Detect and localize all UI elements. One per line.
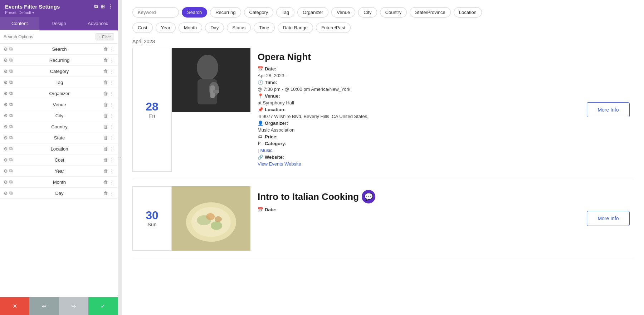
more-icon[interactable]: ⋮ xyxy=(108,4,113,10)
confirm-button[interactable]: ✓ xyxy=(88,297,118,315)
more-icon[interactable]: ⋮ xyxy=(109,168,114,174)
more-info-button-opera[interactable]: More Info xyxy=(587,102,630,117)
undo-button[interactable]: ↩ xyxy=(29,297,59,315)
layout-icon[interactable]: ⊞ xyxy=(101,4,105,10)
duplicate-icon[interactable]: ⧉ xyxy=(9,135,13,141)
delete-icon[interactable]: 🗑 xyxy=(103,124,108,129)
filter-category-button[interactable]: Category xyxy=(244,7,274,18)
delete-icon[interactable]: 🗑 xyxy=(103,157,108,163)
settings-icon[interactable]: ⚙ xyxy=(4,146,8,152)
filter-search-button[interactable]: Search xyxy=(182,7,207,18)
settings-icon[interactable]: ⚙ xyxy=(4,58,8,63)
settings-icon[interactable]: ⚙ xyxy=(4,91,8,96)
more-icon[interactable]: ⋮ xyxy=(109,146,114,152)
delete-icon[interactable]: 🗑 xyxy=(103,102,108,107)
calendar-icon-2: 📅 xyxy=(258,207,263,212)
sidebar-header: Events Filter Settings ⧉ ⊞ ⋮ Preset: Def… xyxy=(0,0,118,17)
tab-advanced[interactable]: Advanced xyxy=(78,17,118,30)
filter-button[interactable]: + Filter xyxy=(96,33,114,40)
duplicate-icon[interactable]: ⧉ xyxy=(9,124,13,129)
sidebar-search-row: + Filter xyxy=(0,30,118,44)
sidebar-preset[interactable]: Preset: Default ▾ xyxy=(5,10,113,15)
duplicate-icon[interactable]: ⧉ xyxy=(9,146,13,152)
resize-icon[interactable]: ⧉ xyxy=(94,4,98,10)
settings-icon[interactable]: ⚙ xyxy=(4,102,8,107)
duplicate-icon[interactable]: ⧉ xyxy=(9,68,13,74)
settings-icon[interactable]: ⚙ xyxy=(4,80,8,85)
delete-icon[interactable]: 🗑 xyxy=(103,191,108,196)
more-icon[interactable]: ⋮ xyxy=(109,69,114,74)
category-link[interactable]: Music xyxy=(260,148,272,153)
category-label: Category: xyxy=(265,141,287,146)
redo-button[interactable]: ↪ xyxy=(59,297,88,315)
filter-recurring-button[interactable]: Recurring xyxy=(210,7,241,18)
filter-day-button[interactable]: Day xyxy=(205,23,224,33)
filter-time-button[interactable]: Time xyxy=(254,23,274,33)
keyword-input[interactable] xyxy=(132,7,179,18)
delete-icon[interactable]: 🗑 xyxy=(103,179,108,185)
settings-icon[interactable]: ⚙ xyxy=(4,124,8,129)
more-icon[interactable]: ⋮ xyxy=(109,102,114,107)
settings-icon[interactable]: ⚙ xyxy=(4,191,8,196)
duplicate-icon[interactable]: ⧉ xyxy=(9,113,13,118)
duplicate-icon[interactable]: ⧉ xyxy=(9,179,13,185)
settings-icon[interactable]: ⚙ xyxy=(4,113,8,118)
filter-futurepast-button[interactable]: Future/Past xyxy=(316,23,351,33)
more-icon[interactable]: ⋮ xyxy=(109,80,114,85)
settings-icon[interactable]: ⚙ xyxy=(4,179,8,185)
settings-icon[interactable]: ⚙ xyxy=(4,157,8,163)
settings-icon[interactable]: ⚙ xyxy=(4,168,8,174)
item-left-icons: ⚙ ⧉ xyxy=(4,190,13,196)
duplicate-icon[interactable]: ⧉ xyxy=(9,79,13,85)
delete-icon[interactable]: 🗑 xyxy=(103,146,108,152)
delete-icon[interactable]: 🗑 xyxy=(103,69,108,74)
filter-month-button[interactable]: Month xyxy=(179,23,202,33)
delete-icon[interactable]: 🗑 xyxy=(103,113,108,118)
tab-design[interactable]: Design xyxy=(39,17,79,30)
more-info-button-cooking[interactable]: More Info xyxy=(587,211,630,226)
delete-icon[interactable]: 🗑 xyxy=(103,91,108,96)
duplicate-icon[interactable]: ⧉ xyxy=(9,190,13,196)
duplicate-icon[interactable]: ⧉ xyxy=(9,57,13,63)
settings-icon[interactable]: ⚙ xyxy=(4,69,8,74)
website-link[interactable]: View Events Website xyxy=(258,161,301,167)
resize-handle[interactable]: ↔ xyxy=(118,0,122,315)
duplicate-icon[interactable]: ⧉ xyxy=(9,46,13,52)
filter-city-button[interactable]: City xyxy=(358,7,377,18)
delete-icon[interactable]: 🗑 xyxy=(103,135,108,141)
more-icon[interactable]: ⋮ xyxy=(109,58,114,63)
duplicate-icon[interactable]: ⧉ xyxy=(9,157,13,163)
settings-icon[interactable]: ⚙ xyxy=(4,46,8,52)
tab-content[interactable]: Content xyxy=(0,17,39,30)
filter-tag-button[interactable]: Tag xyxy=(276,7,294,18)
more-icon[interactable]: ⋮ xyxy=(109,135,114,141)
duplicate-icon[interactable]: ⧉ xyxy=(9,90,13,96)
duplicate-icon[interactable]: ⧉ xyxy=(9,102,13,107)
more-icon[interactable]: ⋮ xyxy=(109,91,114,96)
more-icon[interactable]: ⋮ xyxy=(109,46,114,52)
filter-cost-button[interactable]: Cost xyxy=(132,23,153,33)
event-category-value-row: | Music xyxy=(258,148,576,153)
settings-icon[interactable]: ⚙ xyxy=(4,135,8,141)
filter-year-button[interactable]: Year xyxy=(156,23,176,33)
delete-icon[interactable]: 🗑 xyxy=(103,46,108,52)
filter-daterange-button[interactable]: Date Range xyxy=(278,23,313,33)
filter-stateprovince-button[interactable]: State/Province xyxy=(410,7,451,18)
filter-organizer-button[interactable]: Organizer xyxy=(297,7,328,18)
filter-location-button[interactable]: Location xyxy=(454,7,482,18)
filter-country-button[interactable]: Country xyxy=(380,7,407,18)
delete-icon[interactable]: 🗑 xyxy=(103,168,108,174)
more-icon[interactable]: ⋮ xyxy=(109,157,114,163)
delete-icon[interactable]: 🗑 xyxy=(103,80,108,85)
item-left-icons: ⚙ ⧉ xyxy=(4,79,13,85)
more-icon[interactable]: ⋮ xyxy=(109,191,114,196)
duplicate-icon[interactable]: ⧉ xyxy=(9,168,13,174)
delete-icon[interactable]: 🗑 xyxy=(103,58,108,63)
cancel-button[interactable]: ✕ xyxy=(0,297,29,315)
more-icon[interactable]: ⋮ xyxy=(109,179,114,185)
more-icon[interactable]: ⋮ xyxy=(109,113,114,118)
search-options-input[interactable] xyxy=(4,34,96,39)
filter-venue-button[interactable]: Venue xyxy=(331,7,355,18)
filter-status-button[interactable]: Status xyxy=(227,23,251,33)
more-icon[interactable]: ⋮ xyxy=(109,124,114,129)
